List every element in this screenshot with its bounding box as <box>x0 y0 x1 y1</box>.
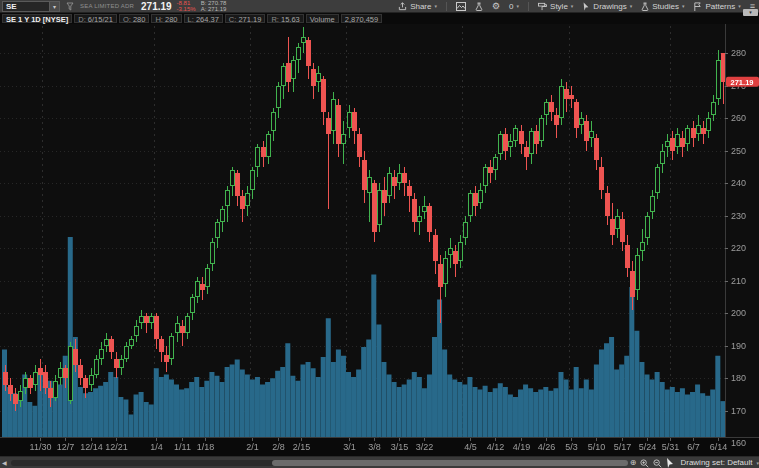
company-name: SEA LIMITED ADR <box>80 3 134 9</box>
pointer-cursor-icon <box>666 454 674 468</box>
snapshot-button[interactable] <box>456 2 466 11</box>
patterns-button[interactable]: Patterns▾ <box>693 2 740 11</box>
bid-ask: B: 270.78A: 271.19 <box>201 0 227 12</box>
zoom-out-icon[interactable] <box>653 454 662 468</box>
flask-icon <box>641 2 649 11</box>
cursor-icon <box>582 2 590 11</box>
share-button[interactable]: Share▾ <box>398 2 437 11</box>
ohlc-field: R: 15.63 <box>267 14 303 23</box>
symbol-text: SE <box>3 2 49 11</box>
symbol-dropdown-icon[interactable]: ▾ <box>49 2 59 11</box>
panel-collapse-tab[interactable]: ▾ <box>743 9 758 16</box>
link-icon[interactable] <box>66 2 74 11</box>
gear-icon: ⚙ <box>492 2 500 11</box>
studies-button[interactable]: Studies▾ <box>641 2 684 11</box>
zoom-in-icon[interactable] <box>640 454 649 468</box>
top-toolbar: SE ▾ SEA LIMITED ADR 271.19 -8.81-3.15% … <box>0 0 759 13</box>
quick-study-button[interactable] <box>475 2 483 11</box>
auto-fit-icon[interactable]: ⊕ <box>630 459 637 467</box>
ohlc-field: O: 280 <box>119 14 150 23</box>
drawings-button[interactable]: Drawings▾ <box>582 2 632 11</box>
bottom-scrollbar-area: ◀ ‹ › ↔ ⊕ Drawing set: Default ▾ <box>0 456 759 468</box>
scrollbar-thumb[interactable] <box>272 460 628 466</box>
divider <box>446 2 447 11</box>
drawing-set-label[interactable]: Drawing set: Default <box>680 458 752 467</box>
ohlc-field: H: 280 <box>151 14 181 23</box>
share-icon <box>398 2 407 11</box>
chart-title: SE 1 Y 1D [NYSE] <box>2 14 72 23</box>
last-price: 271.19 <box>141 1 172 12</box>
volume-value: 2,870,459 <box>341 14 382 23</box>
price-chart[interactable] <box>0 24 759 456</box>
divider <box>528 2 529 11</box>
ohlc-field: L: 264.37 <box>184 14 223 23</box>
beaker-icon <box>475 2 483 11</box>
alerts-button[interactable]: 0▾ <box>509 2 519 11</box>
paint-roller-icon <box>538 2 547 11</box>
chart-scrollbar[interactable] <box>11 460 601 466</box>
ohlc-field: D: 6/15/21 <box>74 14 117 23</box>
flag-icon <box>693 2 702 11</box>
scroll-left-icon[interactable]: ◀ <box>2 459 7 466</box>
image-icon <box>456 2 466 11</box>
settings-button[interactable]: ⚙ <box>492 2 500 11</box>
ohlc-fields: D: 6/15/21O: 280H: 280L: 264.37C: 271.19… <box>74 14 304 23</box>
symbol-input[interactable]: SE ▾ <box>2 1 60 12</box>
trading-platform-window: SE ▾ SEA LIMITED ADR 271.19 -8.81-3.15% … <box>0 0 759 468</box>
style-button[interactable]: Style▾ <box>538 2 573 11</box>
volume-label[interactable]: Volume <box>306 14 339 23</box>
price-change: -8.81-3.15% <box>177 0 196 12</box>
chart-header-strip: SE 1 Y 1D [NYSE] D: 6/15/21O: 280H: 280L… <box>0 13 759 24</box>
ohlc-field: C: 271.19 <box>225 14 266 23</box>
